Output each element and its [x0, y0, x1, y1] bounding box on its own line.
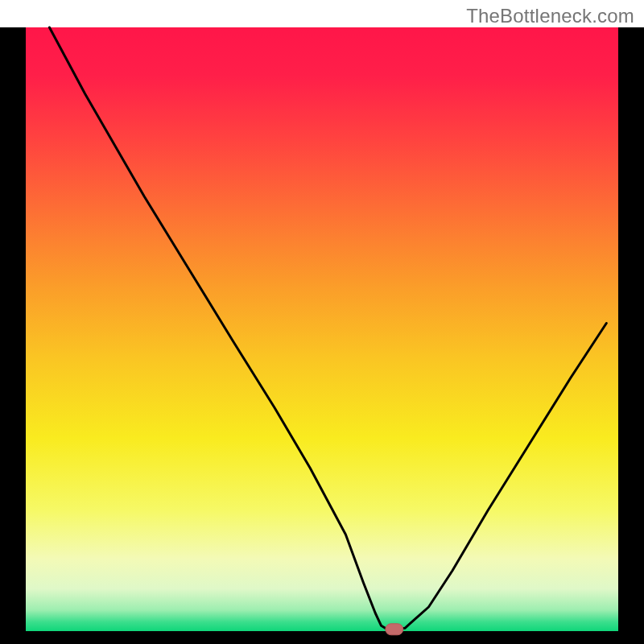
watermark-text: TheBottleneck.com — [466, 5, 634, 27]
chart-marker — [386, 624, 403, 635]
bottleneck-chart — [0, 0, 644, 644]
svg-rect-2 — [386, 624, 403, 635]
chart-container: TheBottleneck.com — [0, 0, 644, 644]
chart-background — [0, 27, 644, 644]
svg-rect-1 — [26, 27, 618, 631]
